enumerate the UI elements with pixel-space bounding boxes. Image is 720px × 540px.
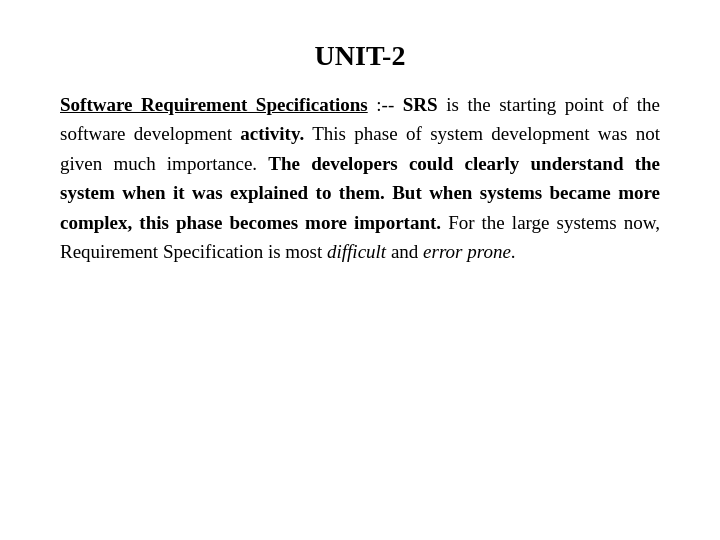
and-text: and bbox=[386, 241, 423, 262]
difficult-text: difficult bbox=[327, 241, 386, 262]
colon-dash: :-- bbox=[368, 94, 403, 115]
slide-title: UNIT-2 bbox=[315, 40, 406, 72]
end-period: . bbox=[511, 241, 516, 262]
error-prone-text: error prone bbox=[423, 241, 511, 262]
slide-content: Software Requirement Specifications :-- … bbox=[60, 90, 660, 267]
srs-heading: Software Requirement Specifications bbox=[60, 94, 368, 115]
slide-container: UNIT-2 Software Requirement Specificatio… bbox=[0, 0, 720, 540]
activity-label: activity. bbox=[240, 123, 304, 144]
srs-label: SRS bbox=[403, 94, 438, 115]
